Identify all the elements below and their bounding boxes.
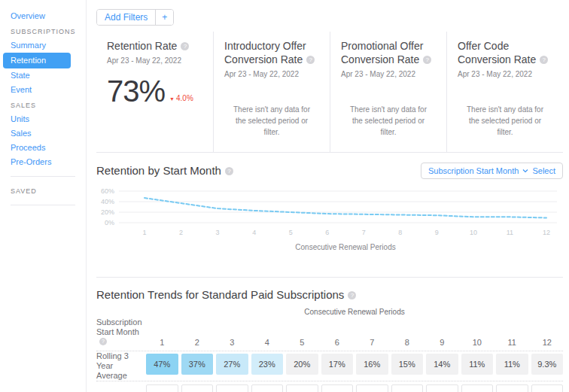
- metric-card-introductory-offer: Introductory Offer Conversion Rate Apr 2…: [213, 32, 330, 152]
- x-axis-tick-label: 9: [435, 229, 439, 236]
- retention-by-start-month-section: Retention by Start Month Subscription St…: [96, 153, 563, 277]
- card-title-row: Promotional Offer Conversion Rate: [341, 39, 436, 66]
- help-icon[interactable]: [225, 167, 233, 175]
- main-content: Add Filters + Retention Rate Apr 23 - Ma…: [87, 0, 569, 392]
- metric-card-retention-rate: Retention Rate Apr 23 - May 22, 2022 73%…: [96, 32, 213, 152]
- column-header-period-12: 12: [531, 318, 564, 351]
- sidebar-item-state[interactable]: State: [0, 68, 86, 83]
- column-header-period-6: 6: [321, 318, 354, 351]
- table-group-header: Consecutive Renewal Periods: [146, 305, 563, 318]
- sidebar-item-event[interactable]: Event: [0, 83, 86, 97]
- x-axis-tick-label: 12: [543, 229, 550, 236]
- x-axis-tick-label: 4: [252, 229, 256, 236]
- table-cell: -: [251, 384, 284, 392]
- table-cell: 14%: [426, 354, 458, 375]
- selector-action-label: Select: [532, 166, 555, 175]
- sidebar-item-overview[interactable]: Overview: [0, 9, 86, 23]
- x-axis-tick-label: 6: [325, 229, 329, 236]
- table-cell: -: [426, 384, 458, 392]
- column-header-period-10: 10: [461, 318, 494, 351]
- add-filters-button[interactable]: Add Filters: [97, 10, 155, 25]
- sidebar-item-sales[interactable]: Sales: [0, 126, 86, 141]
- table-cell: 23%: [251, 354, 284, 375]
- retention-rate-value: 73%: [107, 75, 165, 107]
- row-divider: [96, 351, 563, 351]
- sidebar-divider: [11, 176, 75, 177]
- help-icon[interactable]: [423, 56, 431, 64]
- sidebar-item-proceeds[interactable]: Proceeds: [0, 141, 86, 155]
- column-header-period-3: 3: [216, 318, 248, 351]
- table-title-row: Retention Trends for Standard Paid Subsc…: [96, 288, 563, 302]
- sidebar-header-subscriptions: SUBSCRIPTIONS: [0, 23, 86, 38]
- card-date-range: Apr 23 - May 22, 2022: [107, 56, 202, 65]
- sidebar-divider: [11, 205, 75, 205]
- table-cell: 15%: [391, 354, 424, 375]
- x-axis-tick-label: 8: [398, 229, 402, 236]
- x-axis-tick-label: 3: [216, 229, 220, 236]
- table-cell: 37%: [181, 354, 214, 375]
- table-cell: -: [356, 384, 388, 392]
- card-title: Promotional Offer Conversion Rate: [341, 40, 423, 65]
- table-cell: 17%: [321, 354, 354, 375]
- no-data-message: There isn't any data for the selected pe…: [458, 104, 552, 138]
- row-divider: [96, 381, 563, 381]
- retention-rate-delta: ▼4.0%: [169, 94, 193, 102]
- card-date-range: Apr 23 - May 22, 2022: [224, 70, 319, 78]
- metric-card-promotional-offer: Promotional Offer Conversion Rate Apr 23…: [330, 32, 446, 152]
- column-header-period-8: 8: [391, 318, 424, 351]
- row-header-subscription-start-month: SubscriptionStart Month: [96, 318, 143, 351]
- table-cell: -: [391, 384, 424, 392]
- table-cell: -: [286, 384, 318, 392]
- table-cell: 16%: [356, 354, 388, 375]
- table-cell: -: [321, 384, 354, 392]
- column-header-period-9: 9: [426, 318, 458, 351]
- card-title-row: Offer Code Conversion Rate: [458, 39, 552, 66]
- add-filters-group: Add Filters +: [96, 9, 174, 26]
- sidebar-item-retention[interactable]: Retention: [3, 53, 71, 68]
- table-cell: 27%: [216, 354, 248, 375]
- column-header-period-1: 1: [146, 318, 178, 351]
- retention-chart: 0%20%40%60%123456789101112Consecutive Re…: [96, 185, 563, 260]
- table-row-label: -: [96, 381, 143, 392]
- card-value-row: 73% ▼4.0%: [107, 75, 202, 107]
- x-axis-tick-label: 10: [470, 229, 477, 236]
- help-icon[interactable]: [181, 42, 189, 50]
- help-icon[interactable]: [540, 56, 548, 64]
- column-header-period-4: 4: [251, 318, 284, 351]
- sidebar-item-units[interactable]: Units: [0, 112, 86, 126]
- card-title-row: Retention Rate: [107, 39, 202, 53]
- sidebar-item-pre-orders[interactable]: Pre-Orders: [0, 155, 86, 169]
- column-header-period-11: 11: [496, 318, 528, 351]
- no-data-message: There isn't any data for the selected pe…: [224, 104, 319, 138]
- sidebar: OverviewSUBSCRIPTIONSSummaryRetentionSta…: [0, 0, 87, 392]
- table-cell: 11%: [461, 354, 494, 375]
- selector-label: Subscription Start Month: [428, 166, 519, 175]
- x-axis-tick-label: 7: [362, 229, 366, 236]
- sidebar-header-saved: SAVED: [0, 183, 86, 198]
- y-axis-tick-label: 40%: [101, 198, 114, 205]
- table-cell: 47%: [146, 354, 178, 375]
- start-month-select-button[interactable]: Subscription Start Month Select: [421, 163, 563, 179]
- sidebar-item-summary[interactable]: Summary: [0, 38, 86, 53]
- table-cell: 9.3%: [531, 354, 564, 375]
- help-icon[interactable]: [306, 56, 315, 64]
- chart-section-title: Retention by Start Month: [96, 164, 221, 177]
- column-header-period-2: 2: [181, 318, 214, 351]
- help-icon[interactable]: [348, 291, 356, 299]
- add-filter-plus-button[interactable]: +: [155, 10, 173, 25]
- table-cell: 11%: [496, 354, 528, 375]
- metric-card-offer-code: Offer Code Conversion Rate Apr 23 - May …: [446, 32, 563, 152]
- card-date-range: Apr 23 - May 22, 2022: [341, 70, 436, 78]
- no-data-message: There isn't any data for the selected pe…: [341, 104, 436, 138]
- help-icon[interactable]: [99, 338, 107, 345]
- table-cell: -: [531, 384, 564, 392]
- x-axis-tick-label: 1: [142, 229, 146, 236]
- chart-section-header: Retention by Start Month Subscription St…: [96, 163, 563, 179]
- y-axis-tick-label: 0%: [105, 219, 114, 226]
- y-axis-tick-label: 20%: [101, 208, 114, 216]
- x-axis-title: Consecutive Renewal Periods: [295, 243, 395, 251]
- table-section-title: Retention Trends for Standard Paid Subsc…: [96, 288, 344, 301]
- table-row-label: Rolling 3 YearAverage: [96, 351, 143, 381]
- chart-title-row: Retention by Start Month: [96, 164, 233, 178]
- down-arrow-icon: ▼: [169, 96, 175, 102]
